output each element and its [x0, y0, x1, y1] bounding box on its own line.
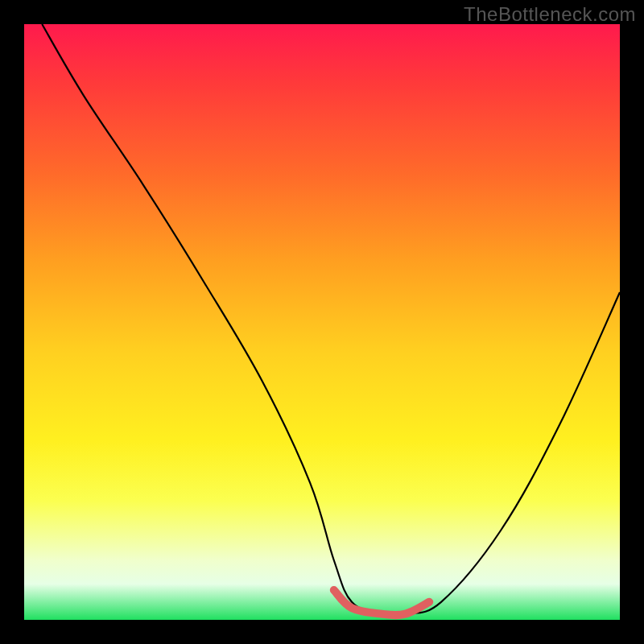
plot-area [24, 24, 620, 620]
curve-layer [24, 24, 620, 620]
chart-frame: TheBottleneck.com [0, 0, 644, 644]
watermark-text: TheBottleneck.com [464, 3, 636, 26]
bottleneck-curve [42, 24, 620, 616]
valley-highlight [334, 590, 429, 615]
